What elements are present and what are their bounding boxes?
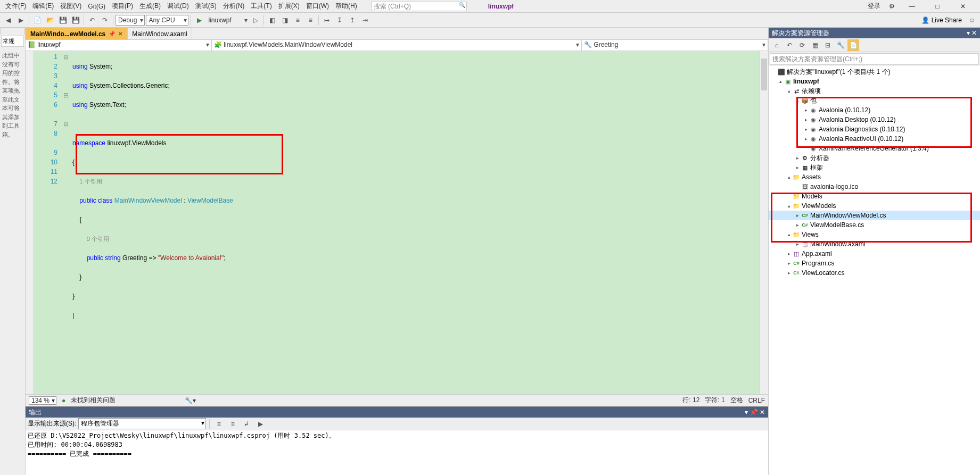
- output-clear-icon[interactable]: ≡: [213, 418, 225, 430]
- menu-analyze[interactable]: 分析(N): [220, 1, 248, 12]
- tree-viewmodels[interactable]: ▴📁ViewModels: [769, 201, 980, 211]
- toolbox-category[interactable]: 常规: [1, 36, 24, 47]
- tree-pkg-4[interactable]: ◉XamlNameReferenceGenerator (1.3.4): [769, 144, 980, 153]
- menu-extensions[interactable]: 扩展(X): [275, 1, 303, 12]
- tree-views[interactable]: ▴📁Views: [769, 230, 980, 239]
- config-combo[interactable]: Debug: [116, 15, 145, 26]
- tab-mainwindow-axaml[interactable]: MainWindow.axaml: [127, 28, 192, 39]
- tab-mainwindowviewmodel[interactable]: MainWindo...ewModel.cs 📌 ✕: [26, 28, 127, 39]
- fold-gutter[interactable]: ⊟⊟⊟: [62, 51, 70, 394]
- open-icon[interactable]: 📂: [44, 14, 56, 26]
- tool-icon-3[interactable]: ≡: [292, 14, 303, 26]
- zoom-combo[interactable]: 134 %: [29, 396, 56, 405]
- settings-icon[interactable]: ⚙: [887, 2, 897, 11]
- step-icon-4[interactable]: ⇥: [359, 14, 371, 26]
- output-body[interactable]: 已还原 D:\VS2022_Project\Wesky\linuxwpf\lin…: [26, 430, 768, 475]
- tree-analyzer[interactable]: ▸⚙分析器: [769, 153, 980, 163]
- tree-framework[interactable]: ▸▦框架: [769, 163, 980, 172]
- menu-git[interactable]: Git(G): [85, 2, 109, 11]
- live-share-label: Live Share: [932, 16, 962, 24]
- close-button[interactable]: ✕: [952, 2, 974, 11]
- line-ending[interactable]: CRLF: [748, 397, 765, 404]
- start-target-combo[interactable]: linuxwpf: [206, 15, 249, 26]
- menu-help[interactable]: 帮助(H): [332, 1, 360, 12]
- maximize-button[interactable]: □: [927, 2, 948, 11]
- output-wrap-icon[interactable]: ↲: [241, 418, 252, 430]
- new-project-icon[interactable]: 📄: [31, 14, 43, 26]
- start-nodebug-icon[interactable]: ▷: [250, 14, 261, 26]
- toolbox-tab[interactable]: 索工具箱: [0, 28, 25, 35]
- tree-app-axaml[interactable]: ▸◫App.axaml: [769, 249, 980, 259]
- menu-tools[interactable]: 工具(T): [248, 1, 275, 12]
- step-icon-2[interactable]: ↧: [334, 14, 345, 26]
- tree-pkg-0[interactable]: ▸◉Avalonia (0.10.12): [769, 105, 980, 115]
- se-properties-icon[interactable]: 🔧: [835, 39, 846, 51]
- scrollbar-thumb[interactable]: [761, 59, 767, 90]
- tree-asset-0[interactable]: 🖼avalonia-logo.ico: [769, 182, 980, 191]
- undo-icon[interactable]: ↶: [86, 14, 98, 26]
- start-debug-icon[interactable]: ▶: [193, 14, 205, 26]
- tree-project[interactable]: ▴▣linuxwpf: [769, 77, 980, 86]
- tree-solution[interactable]: ⬛解决方案"linuxwpf"(1 个项目/共 1 个): [769, 67, 980, 77]
- step-icon-1[interactable]: ↦: [321, 14, 333, 26]
- tree-deps[interactable]: ▴⇄依赖项: [769, 86, 980, 96]
- tree-viewlocator[interactable]: ▸C#ViewLocator.cs: [769, 268, 980, 278]
- se-sync-icon[interactable]: ⟳: [796, 39, 808, 51]
- login-button[interactable]: 登录: [866, 1, 883, 12]
- nav-member[interactable]: 🔧 Greeting: [582, 40, 768, 51]
- pin-icon[interactable]: 📌: [109, 31, 115, 37]
- se-back-icon[interactable]: ↶: [784, 39, 795, 51]
- search-input[interactable]: 搜索 (Ctrl+Q): [371, 2, 467, 11]
- redo-icon[interactable]: ↷: [99, 14, 111, 26]
- tree-pkg-2[interactable]: ▸◉Avalonia.Diagnostics (0.10.12): [769, 124, 980, 134]
- tree-packages[interactable]: ▴📦包: [769, 96, 980, 105]
- tool-icon-1[interactable]: ◧: [266, 14, 278, 26]
- tool-icon-2[interactable]: ◨: [279, 14, 291, 26]
- menu-window[interactable]: 窗口(W): [303, 1, 332, 12]
- tree-pkg-3[interactable]: ▸◉Avalonia.ReactiveUI (0.10.12): [769, 134, 980, 144]
- step-icon-3[interactable]: ↥: [347, 14, 358, 26]
- save-icon[interactable]: 💾: [57, 14, 69, 26]
- vertical-scrollbar[interactable]: [760, 51, 768, 394]
- se-search-input[interactable]: 搜索解决方案资源管理器(Ctrl+;): [770, 53, 979, 65]
- tree-vm-0[interactable]: ▸C#MainWindowViewModel.cs: [769, 211, 980, 220]
- nav-project[interactable]: 📗 linuxwpf: [26, 40, 212, 51]
- quickactions-icon[interactable]: 🔧▾: [185, 397, 196, 404]
- minimize-button[interactable]: —: [901, 2, 923, 11]
- tree-view-0[interactable]: ▸◫MainWindow.axaml: [769, 239, 980, 249]
- se-showall-icon[interactable]: ▦: [809, 39, 821, 51]
- se-preview-icon[interactable]: 📄: [847, 39, 859, 51]
- se-pin-icon[interactable]: ▾ ✕: [967, 29, 977, 37]
- output-pin-icon[interactable]: ▾ 📌 ✕: [745, 409, 765, 416]
- tool-icon-4[interactable]: ≡: [304, 14, 316, 26]
- nav-back-icon[interactable]: ◀: [2, 14, 14, 26]
- tree-pkg-1[interactable]: ▸◉Avalonia.Desktop (0.10.12): [769, 115, 980, 124]
- menu-edit[interactable]: 编辑(E): [29, 1, 57, 12]
- tree-models[interactable]: 📁Models: [769, 191, 980, 201]
- menu-file[interactable]: 文件(F): [2, 1, 29, 12]
- menu-build[interactable]: 生成(B): [136, 1, 164, 12]
- se-home-icon[interactable]: ⌂: [771, 39, 783, 51]
- menu-project[interactable]: 项目(P): [109, 1, 136, 12]
- menu-test[interactable]: 测试(S): [192, 1, 220, 12]
- tree-program[interactable]: ▸C#Program.cs: [769, 259, 980, 268]
- se-collapse-icon[interactable]: ⊟: [822, 39, 834, 51]
- close-tab-icon[interactable]: ✕: [118, 31, 122, 37]
- tree-assets[interactable]: ▴📁Assets: [769, 172, 980, 182]
- live-share-button[interactable]: 👤 Live Share: [918, 15, 965, 25]
- save-all-icon[interactable]: 💾: [70, 14, 81, 26]
- output-source-combo[interactable]: 程序包管理器: [78, 418, 206, 429]
- indent-mode[interactable]: 空格: [730, 396, 743, 405]
- platform-combo[interactable]: Any CPU: [146, 15, 188, 26]
- code-body[interactable]: using using System;System; using System.…: [70, 51, 760, 394]
- nav-fwd-icon[interactable]: ▶: [15, 14, 27, 26]
- nav-class[interactable]: 🧩 linuxwpf.ViewModels.MainWindowViewMode…: [212, 40, 582, 51]
- menu-view[interactable]: 视图(V): [57, 1, 85, 12]
- tree-vm-1[interactable]: ▸C#ViewModelBase.cs: [769, 220, 980, 230]
- menu-debug[interactable]: 调试(D): [164, 1, 192, 12]
- feedback-icon[interactable]: ☺: [966, 14, 978, 26]
- output-goto-icon[interactable]: ▶: [254, 418, 266, 430]
- code-editor[interactable]: 123456 78 9101112 ⊟⊟⊟ using using System…: [26, 51, 768, 394]
- output-toggle-icon[interactable]: ≡: [227, 418, 238, 430]
- solution-tree[interactable]: ⬛解决方案"linuxwpf"(1 个项目/共 1 个) ▴▣linuxwpf …: [769, 66, 980, 475]
